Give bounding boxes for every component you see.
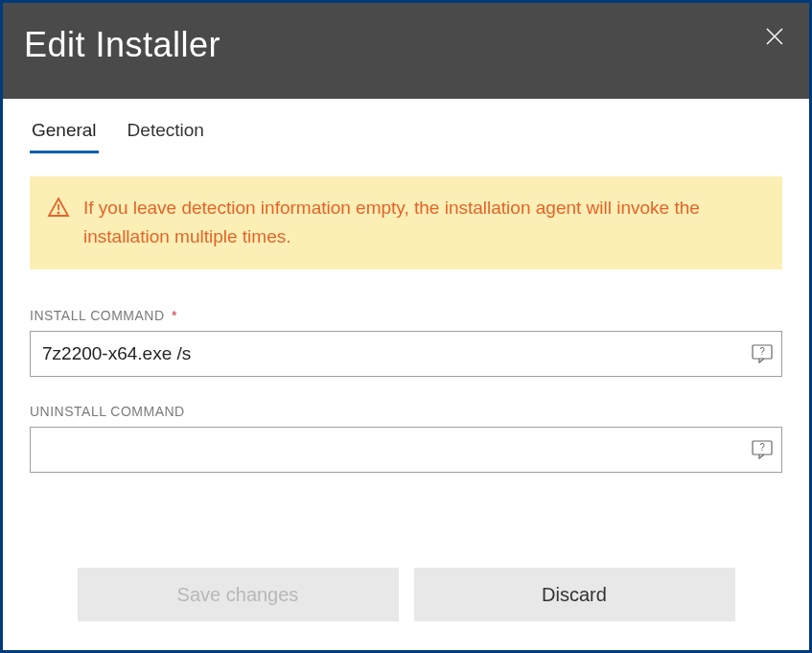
uninstall-command-label: UNINSTALL COMMAND	[30, 404, 782, 419]
uninstall-command-group: UNINSTALL COMMAND ?	[30, 404, 782, 473]
install-command-input-wrap: ?	[30, 331, 782, 377]
warning-icon	[47, 196, 70, 219]
tab-bar: General Detection	[30, 99, 782, 153]
svg-text:?: ?	[759, 346, 765, 357]
tab-detection[interactable]: Detection	[126, 114, 206, 153]
save-button[interactable]: Save changes	[78, 568, 399, 621]
spacer	[30, 473, 782, 552]
help-tooltip-icon: ?	[752, 440, 773, 459]
dialog-header: Edit Installer	[3, 3, 809, 99]
dialog-buttons: Save changes Discard	[30, 552, 782, 631]
required-indicator: *	[172, 308, 177, 323]
close-icon	[766, 28, 783, 45]
tab-general[interactable]: General	[30, 114, 99, 153]
install-command-input[interactable]	[30, 331, 782, 377]
dialog-content: General Detection If you leave detection…	[3, 99, 809, 650]
warning-banner: If you leave detection information empty…	[30, 176, 782, 269]
edit-installer-dialog: Edit Installer General Detection If you …	[0, 0, 812, 653]
uninstall-help-button[interactable]: ?	[752, 440, 773, 459]
close-button[interactable]	[761, 23, 788, 50]
warning-text: If you leave detection information empty…	[83, 194, 763, 252]
install-command-label: INSTALL COMMAND *	[30, 308, 782, 323]
dialog-title: Edit Installer	[24, 25, 220, 65]
field-label-text: INSTALL COMMAND	[30, 308, 165, 323]
discard-button[interactable]: Discard	[414, 568, 735, 621]
uninstall-command-input[interactable]	[30, 427, 782, 473]
install-command-group: INSTALL COMMAND * ?	[30, 308, 782, 377]
install-help-button[interactable]: ?	[752, 344, 773, 363]
svg-point-3	[58, 212, 58, 213]
uninstall-command-input-wrap: ?	[30, 427, 782, 473]
svg-text:?: ?	[759, 442, 765, 453]
help-tooltip-icon: ?	[752, 344, 773, 363]
